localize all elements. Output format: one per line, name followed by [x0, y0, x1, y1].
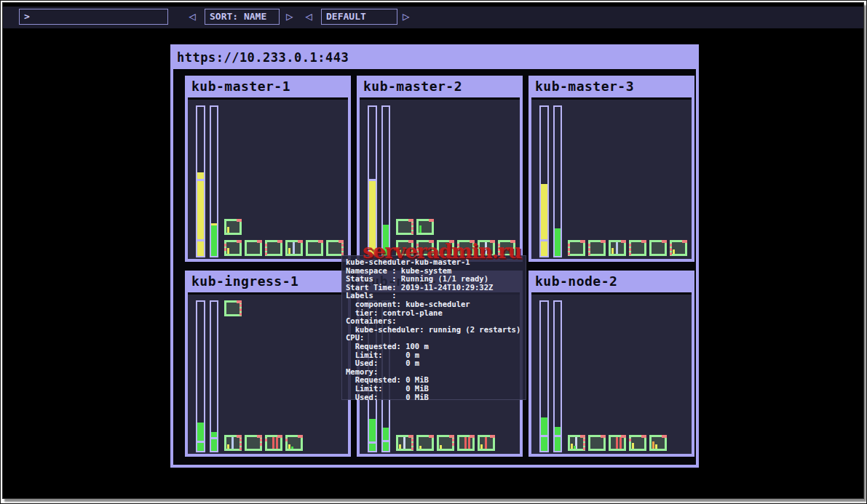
pod-box[interactable] [245, 435, 262, 451]
pod-box[interactable] [224, 240, 242, 256]
pod-interior [398, 221, 411, 233]
node-box-kub-node-2[interactable]: kub-node-2 [528, 271, 694, 457]
pod-status-corner-mark [662, 435, 667, 438]
memory-gauge [210, 300, 218, 452]
pod-status-corner-mark [449, 435, 454, 438]
pod-container-stripe [619, 437, 622, 449]
gauge-fill [383, 225, 389, 256]
pod-box[interactable] [396, 240, 413, 256]
pod-interior [590, 437, 603, 449]
node-box-kub-master-1[interactable]: kub-master-1 [185, 76, 351, 262]
pod-box[interactable] [629, 240, 646, 256]
pod-interior [570, 242, 583, 254]
gauge-fill [541, 184, 547, 256]
pod-status-corner-mark [601, 240, 606, 243]
pod-box[interactable] [396, 435, 413, 451]
pod-box[interactable] [649, 240, 667, 256]
pod-status-corner-mark [662, 240, 667, 243]
pod-box[interactable] [416, 240, 434, 256]
pod-status-corner-mark [298, 240, 303, 243]
pod-box[interactable] [224, 300, 242, 316]
gauge-fill [369, 419, 376, 451]
pod-box[interactable] [416, 435, 434, 451]
gauge-tick [197, 239, 205, 241]
gauge-fill [197, 172, 204, 256]
sort-prev-arrow-icon[interactable]: ◁ [189, 9, 196, 25]
pod-usage-bar [460, 249, 462, 254]
pod-status-corner-mark [601, 435, 606, 438]
pod-box[interactable] [285, 240, 303, 256]
pod-interior [611, 437, 624, 449]
pod-box[interactable] [224, 219, 242, 235]
pod-usage-bar [227, 227, 229, 233]
node-box-kub-master-3[interactable]: kub-master-3 [528, 76, 694, 262]
pod-restart-dash [411, 447, 413, 450]
pod-box[interactable] [588, 435, 606, 451]
pod-box[interactable] [629, 435, 646, 451]
pod-box[interactable] [588, 240, 606, 256]
gauge-fill [383, 428, 389, 451]
pod-restart-dash [583, 439, 585, 441]
kube-ops-view-app: > ◁ SORT: NAME ▷ ◁ DEFAULT ▷ https://10.… [2, 2, 864, 499]
pod-status-corner-mark [408, 219, 413, 222]
pod-status-corner-mark [237, 300, 242, 303]
pod-box[interactable] [285, 435, 303, 451]
pod-box[interactable] [609, 435, 626, 451]
gauge-tick [554, 435, 561, 437]
pod-box[interactable] [245, 240, 262, 256]
pod-restart-dash [260, 443, 262, 446]
node-box-kub-master-2[interactable]: kub-master-2 [357, 76, 523, 262]
pod-box[interactable] [437, 240, 454, 256]
theme-next-arrow-icon[interactable]: ▷ [403, 9, 410, 25]
pod-restart-dash [457, 244, 459, 247]
pod-interior [226, 221, 239, 233]
pod-box[interactable] [326, 240, 344, 256]
pod-box[interactable] [457, 240, 475, 256]
pod-status-corner-mark [682, 240, 687, 243]
pod-box[interactable] [265, 240, 282, 256]
pod-box[interactable] [478, 435, 495, 451]
theme-selector[interactable]: DEFAULT [321, 9, 397, 25]
pod-usage-bar [227, 444, 229, 449]
sort-next-arrow-icon[interactable]: ▷ [286, 9, 293, 25]
pod-box[interactable] [478, 240, 495, 256]
pod-box[interactable] [609, 240, 626, 256]
gauge-tick [197, 441, 205, 443]
pod-interior [480, 242, 493, 254]
pod-box[interactable] [568, 435, 585, 451]
sort-selector[interactable]: SORT: NAME [205, 9, 280, 25]
pod-usage-bar [574, 446, 576, 449]
pod-box[interactable] [396, 219, 413, 235]
pod-interior [247, 437, 260, 449]
node-box-kub-ingress-1[interactable]: kub-ingress-1 [185, 271, 351, 457]
pod-box[interactable] [437, 435, 454, 451]
pod-restart-dash [416, 248, 419, 251]
pod-restart-dash [239, 304, 242, 307]
theme-prev-arrow-icon[interactable]: ◁ [305, 9, 312, 25]
gauge-fill [211, 432, 217, 451]
pod-box[interactable] [265, 435, 282, 451]
pod-box[interactable] [224, 435, 242, 451]
pod-box[interactable] [498, 240, 515, 256]
pod-interior [672, 242, 685, 254]
pod-usage-bar [632, 443, 634, 449]
pod-status-corner-mark [277, 435, 282, 438]
top-toolbar: > ◁ SORT: NAME ▷ ◁ DEFAULT ▷ [3, 7, 863, 28]
pod-restart-dash [568, 252, 570, 255]
pod-status-corner-mark [257, 240, 262, 243]
pod-box[interactable] [649, 435, 667, 451]
pod-box[interactable] [306, 240, 323, 256]
pod-box[interactable] [416, 219, 434, 235]
search-input[interactable]: > [19, 9, 168, 25]
pod-restart-dash [265, 252, 267, 255]
pod-restart-dash [629, 244, 631, 247]
pod-restart-dash [416, 244, 419, 247]
pod-interior [267, 242, 280, 254]
pod-box[interactable] [457, 435, 475, 451]
pod-box[interactable] [568, 240, 585, 256]
pod-box[interactable] [670, 240, 687, 256]
node-name-label: kub-node-2 [528, 271, 694, 292]
pod-restart-dash [670, 244, 672, 247]
pod-interior [226, 242, 239, 254]
node-content-area [360, 97, 520, 259]
